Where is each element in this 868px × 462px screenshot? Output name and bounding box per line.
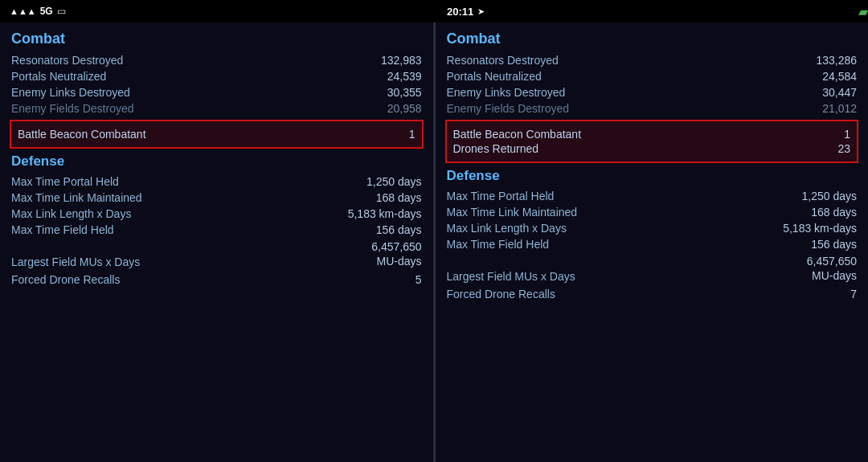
stat-label: Forced Drone Recalls bbox=[11, 273, 120, 286]
left-highlight-box: Battle Beacon Combatant 1 bbox=[10, 120, 424, 149]
stat-value: 1 bbox=[844, 128, 850, 141]
left-defense-title: Defense bbox=[11, 153, 422, 170]
table-row: Resonators Destroyed 133,286 bbox=[447, 52, 858, 68]
stat-label: Enemy Fields Destroyed bbox=[447, 102, 570, 115]
stat-value: 1,250 days bbox=[366, 175, 422, 188]
stat-label: Portals Neutralized bbox=[11, 70, 106, 83]
table-row: Enemy Links Destroyed 30,355 bbox=[11, 84, 422, 100]
stat-label: Max Time Field Held bbox=[447, 238, 550, 251]
table-row: Max Time Portal Held 1,250 days bbox=[447, 188, 858, 204]
stat-label: Largest Field MUs x Days bbox=[447, 270, 575, 283]
stat-label: Battle Beacon Combatant bbox=[18, 128, 146, 141]
stat-value: 30,447 bbox=[822, 86, 857, 99]
stat-label: Max Time Portal Held bbox=[11, 175, 119, 188]
table-row: Max Link Length x Days 5,183 km-days bbox=[11, 206, 422, 222]
table-row: Battle Beacon Combatant 1 bbox=[453, 127, 851, 141]
table-row: Enemy Fields Destroyed 21,012 bbox=[447, 100, 858, 117]
stat-label: Forced Drone Recalls bbox=[447, 288, 555, 301]
stat-label: Max Time Link Maintained bbox=[447, 206, 578, 219]
left-panel: Combat Resonators Destroyed 132,983 Port… bbox=[0, 22, 434, 462]
battery-icon-right: ▰ bbox=[858, 4, 868, 19]
stat-value: 156 days bbox=[376, 223, 422, 236]
stat-value: 20,958 bbox=[387, 102, 422, 115]
table-row: Max Link Length x Days 5,183 km-days bbox=[447, 220, 858, 236]
time-display: 20:11 bbox=[447, 6, 473, 18]
location-arrow-icon: ➤ bbox=[477, 6, 485, 17]
stat-label: Enemy Links Destroyed bbox=[11, 86, 130, 99]
table-row: Enemy Fields Destroyed 20,958 bbox=[11, 100, 422, 117]
stat-value: 5,183 km-days bbox=[783, 222, 857, 235]
stat-value: 5 bbox=[416, 273, 422, 286]
stat-value: 6,457,650MU-days bbox=[807, 254, 857, 283]
stat-value: 168 days bbox=[811, 206, 857, 219]
stat-value: 24,539 bbox=[387, 70, 422, 83]
right-combat-title: Combat bbox=[447, 31, 858, 47]
stat-value: 5,183 km-days bbox=[348, 207, 422, 220]
table-row: Resonators Destroyed 132,983 bbox=[11, 52, 422, 68]
stat-value: 23 bbox=[837, 142, 850, 155]
table-row: Battle Beacon Combatant 1 bbox=[18, 127, 416, 141]
stat-label: Largest Field MUs x Days bbox=[11, 256, 140, 268]
table-row: Max Time Field Held 156 days bbox=[447, 236, 858, 252]
table-row: Largest Field MUs x Days 6,457,650MU-day… bbox=[11, 238, 422, 270]
left-defense-section: Defense Max Time Portal Held 1,250 days … bbox=[11, 153, 422, 288]
table-row: Drones Returned 23 bbox=[453, 141, 851, 156]
table-row: Forced Drone Recalls 7 bbox=[447, 284, 858, 302]
stat-value: 132,983 bbox=[381, 54, 422, 67]
stat-value: 30,355 bbox=[387, 86, 422, 99]
stat-value: 168 days bbox=[376, 191, 422, 204]
stat-label: Max Link Length x Days bbox=[447, 222, 567, 235]
stat-value: 156 days bbox=[811, 238, 857, 251]
stat-value: 21,012 bbox=[822, 102, 857, 115]
left-combat-title: Combat bbox=[11, 31, 422, 47]
right-defense-section: Defense Max Time Portal Held 1,250 days … bbox=[447, 168, 858, 302]
stat-label: Max Time Link Maintained bbox=[11, 191, 142, 204]
stat-label: Resonators Destroyed bbox=[447, 54, 559, 67]
stat-label: Max Link Length x Days bbox=[11, 207, 131, 220]
stat-value: 1 bbox=[409, 128, 416, 141]
table-row: Largest Field MUs x Days 6,457,650MU-day… bbox=[447, 252, 858, 284]
left-combat-section: Combat Resonators Destroyed 132,983 Port… bbox=[11, 31, 422, 117]
battery-icon-left: ▭ bbox=[57, 6, 66, 17]
stat-label: Max Time Field Held bbox=[11, 223, 114, 236]
stat-value: 1,250 days bbox=[802, 190, 858, 202]
table-row: Max Time Field Held 156 days bbox=[11, 222, 422, 238]
stat-label: Enemy Fields Destroyed bbox=[11, 102, 134, 115]
stat-value: 133,286 bbox=[816, 54, 857, 67]
right-panel: Combat Resonators Destroyed 133,286 Port… bbox=[436, 22, 869, 462]
table-row: Max Time Portal Held 1,250 days bbox=[11, 174, 422, 190]
network-label: 5G bbox=[40, 6, 53, 17]
stat-label: Resonators Destroyed bbox=[11, 54, 123, 67]
stat-label: Drones Returned bbox=[453, 142, 539, 155]
stat-label: Battle Beacon Combatant bbox=[453, 128, 582, 141]
stat-label: Enemy Links Destroyed bbox=[447, 86, 566, 99]
stat-value: 6,457,650MU-days bbox=[371, 239, 421, 268]
stat-value: 7 bbox=[850, 288, 857, 301]
right-combat-section: Combat Resonators Destroyed 133,286 Port… bbox=[447, 31, 858, 117]
stat-value: 24,584 bbox=[822, 70, 857, 83]
right-defense-title: Defense bbox=[447, 168, 858, 184]
table-row: Portals Neutralized 24,584 bbox=[447, 68, 858, 84]
table-row: Max Time Link Maintained 168 days bbox=[11, 190, 422, 206]
table-row: Forced Drone Recalls 5 bbox=[11, 270, 422, 288]
right-highlight-box: Battle Beacon Combatant 1 Drones Returne… bbox=[445, 120, 859, 163]
table-row: Enemy Links Destroyed 30,447 bbox=[447, 84, 858, 100]
table-row: Max Time Link Maintained 168 days bbox=[447, 204, 858, 220]
stat-label: Max Time Portal Held bbox=[447, 190, 555, 202]
signal-icon: ▲▲▲ bbox=[10, 6, 36, 16]
stat-label: Portals Neutralized bbox=[447, 70, 542, 83]
table-row: Portals Neutralized 24,539 bbox=[11, 68, 422, 84]
